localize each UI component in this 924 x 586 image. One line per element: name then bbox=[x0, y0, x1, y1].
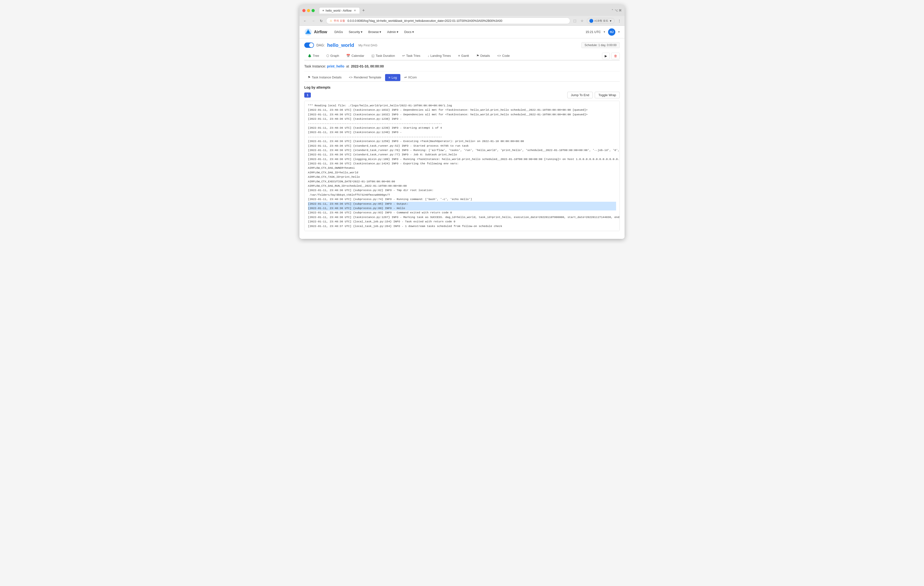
log-attempt-controls: 1 Jump To End Toggle Wrap bbox=[304, 92, 620, 98]
log-line: [2022-01-11, 23:48:36 UTC] {local_task_j… bbox=[308, 220, 455, 223]
traffic-lights bbox=[302, 9, 315, 12]
log-line: *** Reading local file: ./logs/hello_wor… bbox=[308, 104, 452, 107]
tab-task-tries-label: Task Tries bbox=[406, 54, 421, 58]
log-attempts-header: Log by attempts bbox=[304, 86, 330, 89]
topnav-docs-link[interactable]: Docs ▾ bbox=[402, 29, 416, 35]
tab-close-icon[interactable]: ✕ bbox=[353, 9, 357, 12]
toggle-wrap-button[interactable]: Toggle Wrap bbox=[595, 92, 620, 98]
topnav-security-link[interactable]: Security ▾ bbox=[346, 29, 365, 35]
subtab-log-label: Log bbox=[392, 76, 397, 79]
tab-details[interactable]: ⚑ Details bbox=[473, 52, 493, 60]
tabs-right-actions: ▶ 🗑 bbox=[602, 53, 620, 59]
new-tab-button[interactable]: + bbox=[361, 8, 366, 13]
log-line: AIRFLOW_CTX_DAG_OWNER=heumsi bbox=[308, 166, 355, 169]
dag-header-left: DAG: hello_world My First DAG bbox=[304, 43, 377, 48]
log-line: [2022-01-11, 23:48:36 UTC] {taskinstance… bbox=[308, 139, 524, 143]
log-line: [2022-01-11, 23:48:36 UTC] {taskinstance… bbox=[308, 215, 620, 219]
log-line: [2022-01-11, 23:48:36 UTC] {subprocess.p… bbox=[308, 189, 434, 192]
details-icon: ⚑ bbox=[476, 54, 479, 58]
task-tries-icon: ↩ bbox=[402, 54, 405, 58]
close-button[interactable] bbox=[302, 9, 305, 12]
attempt-badge-1[interactable]: 1 bbox=[304, 93, 311, 98]
profile-chip[interactable]: 시크릿 모드 ▼ bbox=[587, 18, 615, 24]
security-warning-text: 주의 요함 bbox=[333, 19, 345, 23]
log-line: ----------------------------------------… bbox=[308, 135, 442, 138]
dag-toggle[interactable] bbox=[304, 43, 314, 48]
tab-bar: ✈ hello_world - Airflow ✕ + bbox=[319, 7, 609, 13]
topnav-right: 15:21 UTC ▾ HJ ▾ bbox=[586, 28, 620, 36]
screenshot-button[interactable]: ⬚ bbox=[572, 18, 578, 23]
back-button[interactable]: ← bbox=[302, 18, 308, 24]
reload-button[interactable]: ↻ bbox=[318, 18, 324, 24]
log-line: [2022-01-11, 23:48:36 UTC] {logging_mixi… bbox=[308, 157, 620, 161]
page-content: Airflow DAGs Security ▾ Browse ▾ Admin ▾ bbox=[299, 26, 625, 239]
tab-task-tries[interactable]: ↩ Task Tries bbox=[399, 52, 424, 60]
graph-icon: ⬡ bbox=[327, 54, 329, 58]
airflow-logo-icon bbox=[304, 28, 312, 36]
log-line-highlighted: [2022-01-11, 23:48:36 UTC] {subprocess.p… bbox=[308, 206, 616, 210]
tab-calendar[interactable]: 📅 Calendar bbox=[343, 52, 368, 60]
minimize-button[interactable] bbox=[307, 9, 310, 12]
maximize-button[interactable] bbox=[312, 9, 315, 12]
topnav-docs-label: Docs bbox=[404, 30, 411, 34]
calendar-icon: 📅 bbox=[346, 54, 350, 58]
task-instance-details-icon: ⚑ bbox=[308, 76, 310, 79]
gantt-icon: ≡ bbox=[458, 54, 460, 58]
subtab-xcom[interactable]: ⇌ XCom bbox=[401, 74, 420, 81]
delete-button[interactable]: 🗑 bbox=[611, 53, 620, 59]
topnav-browse-dropdown-icon: ▾ bbox=[380, 30, 381, 34]
topnav-browse-label: Browse bbox=[368, 30, 379, 34]
subtab-rendered-template-label: Rendered Template bbox=[354, 76, 381, 79]
log-line: AIRFLOW_CTX_EXECUTION_DATE=2022-01-10T00… bbox=[308, 180, 395, 183]
forward-button[interactable]: → bbox=[310, 18, 317, 24]
security-warning-icon: ⚠ bbox=[330, 19, 332, 22]
main-tabs-row: 🌲 Tree ⬡ Graph 📅 Calendar ◱ Task Duratio… bbox=[304, 52, 620, 60]
log-line: /var/folders/bq/dbkq4_t56lnff573240fmxcw… bbox=[308, 193, 390, 196]
task-instance-date: 2022-01-10, 00:00:00 bbox=[351, 65, 384, 68]
more-options-button[interactable]: ⋮ bbox=[617, 18, 622, 23]
tab-graph[interactable]: ⬡ Graph bbox=[323, 52, 342, 60]
topnav-dags-link[interactable]: DAGs bbox=[332, 29, 345, 35]
topnav-user-avatar[interactable]: HJ bbox=[608, 28, 615, 36]
tree-icon: 🌲 bbox=[308, 54, 312, 58]
tab-task-duration-label: Task Duration bbox=[376, 54, 395, 58]
tab-code[interactable]: <> Code bbox=[494, 52, 513, 60]
bookmark-button[interactable]: ☆ bbox=[579, 18, 585, 23]
topnav-time-dropdown-icon: ▾ bbox=[604, 30, 605, 33]
active-tab[interactable]: ✈ hello_world - Airflow ✕ bbox=[319, 7, 360, 13]
subtab-task-instance-details[interactable]: ⚑ Task Instance Details bbox=[304, 74, 345, 81]
address-bar[interactable]: ⚠ 주의 요함 0.0.0.0:8080/log?dag_id=hello_wo… bbox=[326, 18, 570, 24]
profile-avatar-icon bbox=[589, 19, 593, 23]
dag-header: DAG: hello_world My First DAG Schedule: … bbox=[304, 42, 620, 48]
topnav-browse-link[interactable]: Browse ▾ bbox=[366, 29, 384, 35]
subtab-log[interactable]: ≡ Log bbox=[385, 74, 400, 81]
tab-task-duration[interactable]: ◱ Task Duration bbox=[368, 52, 398, 60]
code-icon: <> bbox=[497, 54, 501, 58]
address-bar-row: ← → ↻ ⚠ 주의 요함 0.0.0.0:8080/log?dag_id=he… bbox=[299, 16, 625, 26]
log-line: [2022-01-11, 23:48:36 UTC] {taskinstance… bbox=[308, 131, 402, 134]
subtab-rendered-template[interactable]: <> Rendered Template bbox=[345, 74, 384, 81]
tab-gantt-label: Gantt bbox=[461, 54, 469, 58]
topnav-user-initials: HJ bbox=[610, 30, 614, 34]
title-bar: ✈ hello_world - Airflow ✕ + ⌃ ⌥ ⌘ bbox=[299, 5, 625, 16]
log-icon: ≡ bbox=[388, 76, 390, 79]
tab-tree[interactable]: 🌲 Tree bbox=[304, 52, 322, 60]
topnav: Airflow DAGs Security ▾ Browse ▾ Admin ▾ bbox=[299, 26, 625, 38]
log-line: ----------------------------------------… bbox=[308, 122, 442, 125]
topnav-admin-link[interactable]: Admin ▾ bbox=[384, 29, 401, 35]
tab-gantt[interactable]: ≡ Gantt bbox=[455, 52, 472, 60]
main-area: DAG: hello_world My First DAG Schedule: … bbox=[299, 38, 625, 239]
tab-landing-times[interactable]: ↓ Landing Times bbox=[424, 52, 454, 60]
topnav-dags-label: DAGs bbox=[334, 30, 343, 34]
play-button[interactable]: ▶ bbox=[602, 53, 610, 59]
task-instance-at: at bbox=[346, 65, 349, 68]
tab-tree-label: Tree bbox=[313, 54, 319, 58]
tab-calendar-label: Calendar bbox=[351, 54, 364, 58]
profile-dropdown-icon: ▼ bbox=[609, 20, 612, 22]
url-text[interactable]: 0.0.0.0:8080/log?dag_id=hello_world&task… bbox=[348, 19, 567, 23]
tab-code-label: Code bbox=[502, 54, 510, 58]
jump-to-end-button[interactable]: Jump To End bbox=[567, 92, 593, 98]
log-line: AIRFLOW_CTX_DAG_ID=hello_world bbox=[308, 171, 358, 174]
window-controls: ⌃ ⌥ ⌘ bbox=[611, 9, 622, 12]
log-line: [2022-01-11, 23:48:36 UTC] {taskinstance… bbox=[308, 117, 402, 121]
